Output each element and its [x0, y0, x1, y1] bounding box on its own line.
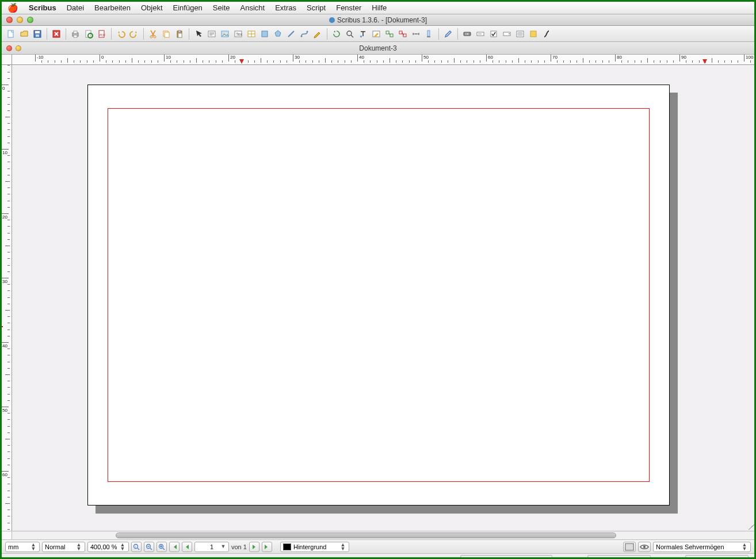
- ypos-value: 36.599mm: [689, 557, 719, 560]
- horizontal-scrollbar[interactable]: [12, 531, 754, 539]
- menu-einfuegen[interactable]: Einfügen: [173, 3, 203, 12]
- ruler-origin-corner[interactable]: [2, 55, 12, 65]
- zoom-level-input[interactable]: 400,00 % ▲▼: [87, 542, 129, 552]
- menubar-appname[interactable]: Scribus: [29, 3, 56, 12]
- svg-rect-43: [517, 33, 523, 35]
- preview-mode-toggle[interactable]: [638, 542, 651, 552]
- print-icon[interactable]: [70, 28, 81, 40]
- bezier-tool-icon[interactable]: [299, 28, 310, 40]
- vision-defect-select[interactable]: Normales Sehvermögen ▲▼: [653, 542, 751, 552]
- menu-datei[interactable]: Datei: [67, 3, 84, 12]
- zoom-in-button[interactable]: [156, 542, 167, 552]
- pdf-button-field-icon[interactable]: OK: [461, 28, 473, 40]
- document-page[interactable]: [87, 85, 670, 506]
- copy-properties-icon[interactable]: [423, 28, 435, 40]
- freehand-tool-icon[interactable]: [312, 28, 323, 40]
- color-management-toggle[interactable]: [623, 542, 636, 552]
- line-tool-icon[interactable]: [285, 28, 297, 40]
- next-page-button[interactable]: [249, 542, 259, 552]
- svg-text:1: 1: [135, 545, 136, 548]
- zoom-to-100-button[interactable]: 1: [131, 542, 142, 552]
- svg-rect-29: [360, 36, 362, 37]
- link-frames-icon[interactable]: [384, 28, 395, 40]
- measure-tool-icon[interactable]: [410, 28, 422, 40]
- open-document-icon[interactable]: [18, 28, 30, 40]
- pdf-listbox-field-icon[interactable]: [514, 28, 526, 40]
- last-page-button[interactable]: [262, 542, 272, 552]
- new-document-icon[interactable]: [5, 28, 17, 40]
- svg-point-12: [150, 36, 152, 38]
- svg-text:Tex: Tex: [236, 32, 242, 36]
- workspace: 0102030405060: [2, 65, 754, 531]
- svg-rect-18: [178, 33, 182, 37]
- polygon-tool-icon[interactable]: [272, 28, 284, 40]
- menu-script[interactable]: Script: [307, 3, 326, 12]
- menu-bearbeiten[interactable]: Bearbeiten: [94, 3, 131, 12]
- text-frame-tool-icon[interactable]: [206, 28, 217, 40]
- main-toolbar: PDF Tex OK: [2, 26, 754, 42]
- menu-seite[interactable]: Seite: [213, 3, 230, 12]
- pdf-annotation-link-icon[interactable]: [541, 28, 552, 40]
- menu-ansicht[interactable]: Ansicht: [240, 3, 265, 12]
- svg-rect-35: [427, 30, 430, 36]
- undo-icon[interactable]: [115, 28, 127, 40]
- horizontal-ruler[interactable]: -100102030405060708090100: [12, 55, 754, 65]
- unlink-frames-icon[interactable]: [397, 28, 408, 40]
- vertical-ruler[interactable]: 0102030405060: [2, 65, 12, 531]
- edit-contents-tool-icon[interactable]: [357, 28, 369, 40]
- apple-menu-icon[interactable]: 🍎: [7, 3, 18, 13]
- pdf-combobox-field-icon[interactable]: [501, 28, 513, 40]
- svg-rect-25: [262, 31, 268, 37]
- svg-rect-40: [491, 31, 497, 37]
- svg-rect-0: [8, 30, 13, 37]
- ypos-readout: 36.599mm: [685, 555, 749, 559]
- svg-rect-17: [178, 30, 181, 32]
- zoom-out-button[interactable]: [144, 542, 154, 552]
- image-frame-tool-icon[interactable]: [219, 28, 231, 40]
- eyedropper-tool-icon[interactable]: [442, 28, 454, 40]
- scrollbar-thumb[interactable]: [116, 533, 616, 538]
- svg-text:OK: OK: [465, 32, 469, 36]
- menu-extras[interactable]: Extras: [275, 3, 296, 12]
- pdf-checkbox-field-icon[interactable]: [488, 28, 499, 40]
- layer-select-value: Hintergrund: [293, 543, 326, 550]
- document-tab[interactable]: Dokument-3: [2, 44, 754, 52]
- rotate-tool-icon[interactable]: [331, 28, 342, 40]
- shape-tool-icon[interactable]: [259, 28, 270, 40]
- pdf-text-field-icon[interactable]: [475, 28, 486, 40]
- redo-icon[interactable]: [128, 28, 140, 40]
- layer-select[interactable]: Hintergrund ▲▼: [280, 542, 349, 552]
- menu-hilfe[interactable]: Hilfe: [372, 3, 387, 12]
- pdf-annotation-text-icon[interactable]: [528, 28, 539, 40]
- current-page-input[interactable]: 1 ▼: [194, 542, 229, 552]
- preview-quality-select[interactable]: Normal ▲▼: [42, 542, 85, 552]
- svg-rect-31: [386, 31, 389, 34]
- select-tool-icon[interactable]: [193, 28, 204, 40]
- ypos-label: Y-Pos:: [659, 557, 677, 560]
- copy-icon[interactable]: [161, 28, 172, 40]
- svg-rect-36: [427, 36, 430, 37]
- svg-rect-15: [165, 32, 169, 37]
- export-pdf-icon[interactable]: PDF: [96, 28, 108, 40]
- preflight-icon[interactable]: [83, 28, 94, 40]
- first-page-button[interactable]: [169, 542, 180, 552]
- table-tool-icon[interactable]: [246, 28, 257, 40]
- canvas[interactable]: [12, 65, 754, 531]
- unit-select[interactable]: mm ▲▼: [5, 542, 40, 552]
- close-document-icon[interactable]: [51, 28, 62, 40]
- cut-icon[interactable]: [147, 28, 159, 40]
- paste-icon[interactable]: [174, 28, 185, 40]
- menu-fenster[interactable]: Fenster: [336, 3, 361, 12]
- margin-guides: [108, 108, 650, 482]
- story-editor-icon[interactable]: [371, 28, 382, 40]
- vision-defect-value: Normales Sehvermögen: [656, 543, 724, 550]
- menu-objekt[interactable]: Objekt: [141, 3, 163, 12]
- svg-rect-6: [74, 31, 77, 33]
- zoom-tool-icon[interactable]: [344, 28, 356, 40]
- svg-point-27: [307, 30, 308, 32]
- save-document-icon[interactable]: [32, 28, 43, 40]
- render-frame-tool-icon[interactable]: Tex: [232, 28, 244, 40]
- prev-page-button[interactable]: [182, 542, 192, 552]
- xpos-readout: 94.278mm: [587, 555, 651, 559]
- resize-grip-icon[interactable]: [745, 522, 753, 530]
